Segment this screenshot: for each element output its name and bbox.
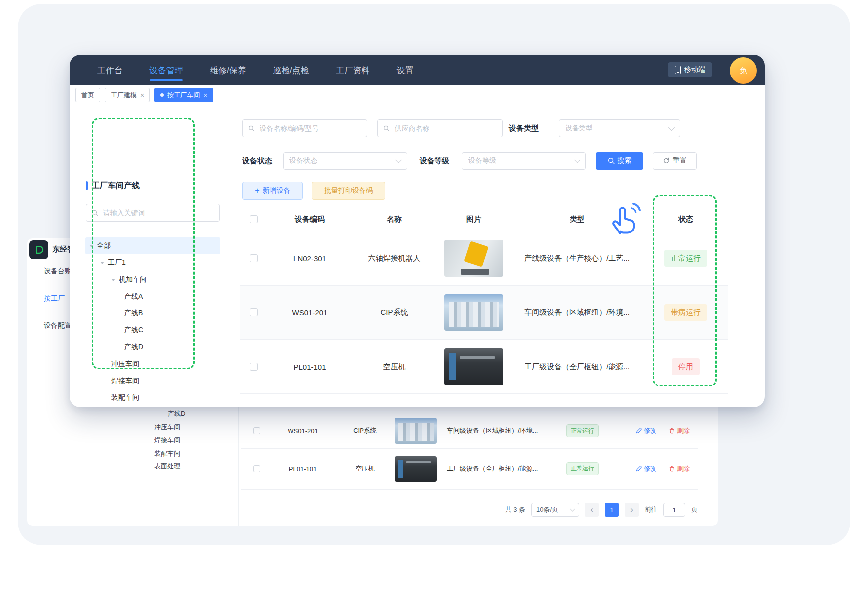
row-checkbox[interactable] <box>253 465 260 472</box>
supplier-search-box[interactable] <box>377 119 503 137</box>
device-type: 车间级设备（区域枢纽）/环境... <box>511 308 643 317</box>
select-placeholder: 设备类型 <box>565 124 593 133</box>
table-row[interactable]: LN02-301 六轴焊接机器人 产线级设备（生产核心）/工艺... 正常运行 <box>240 231 728 286</box>
tree-search-input[interactable] <box>102 208 214 217</box>
tab-bar: 首页 工厂建模 × 按工厂车间 × <box>70 85 765 105</box>
brand-logo-mark <box>33 244 44 255</box>
bg-table-row[interactable]: WS01-201 CIP系统 车间级设备（区域枢纽）/环境... 正常运行 修改… <box>241 413 698 449</box>
supplier-search-input[interactable] <box>394 124 497 133</box>
tree-item-stamping-shop[interactable]: 冲压车间 <box>85 356 220 373</box>
batch-print-button[interactable]: 批量打印设备码 <box>312 182 385 200</box>
nav-item-settings[interactable]: 设置 <box>396 55 413 85</box>
device-name-search-input[interactable] <box>259 124 362 133</box>
tree-item-factory-1[interactable]: 工厂1 <box>85 254 220 271</box>
bg-tree-item-surface[interactable]: 表面处理 <box>154 462 180 471</box>
tab-home[interactable]: 首页 <box>75 88 100 102</box>
total-count: 共 3 条 <box>506 505 525 514</box>
tree-item-line-c[interactable]: 产线C <box>85 322 220 339</box>
tab-factory-modeling[interactable]: 工厂建模 × <box>105 88 150 102</box>
tree-item-assembly-shop[interactable]: 装配车间 <box>85 389 220 406</box>
tab-by-factory-workshop[interactable]: 按工厂车间 × <box>154 88 213 102</box>
select-all-checkbox[interactable] <box>250 215 258 223</box>
delete-link[interactable]: 删除 <box>669 426 690 435</box>
tree-item-label: 产线D <box>124 343 143 352</box>
edit-link[interactable]: 修改 <box>636 464 656 473</box>
edit-label: 修改 <box>644 464 656 473</box>
device-type: 产线级设备（生产核心）/工艺... <box>511 254 643 263</box>
tree-item-line-b[interactable]: 产线B <box>85 305 220 322</box>
row-checkbox[interactable] <box>250 308 258 316</box>
caret-down-icon[interactable] <box>111 279 115 281</box>
edit-label: 修改 <box>644 426 656 435</box>
device-level-select[interactable]: 设备等级 <box>462 152 586 170</box>
nav-item-factory-data[interactable]: 工厂资料 <box>336 55 369 85</box>
caret-down-icon[interactable] <box>89 245 93 247</box>
tree-item-machining-shop[interactable]: 机加车间 <box>85 271 220 288</box>
device-status-select[interactable]: 设备状态 <box>283 152 407 170</box>
phone-icon <box>675 66 681 74</box>
status-badge: 停用 <box>672 358 700 375</box>
search-button[interactable]: 搜索 <box>596 152 643 170</box>
row-checkbox[interactable] <box>250 363 258 371</box>
device-name: CIP系统 <box>340 426 390 435</box>
status-badge: 正常运行 <box>566 424 599 437</box>
device-photo <box>444 294 503 331</box>
batch-print-label: 批量打印设备码 <box>324 186 373 195</box>
edit-link[interactable]: 修改 <box>636 426 656 435</box>
brand-logo <box>29 240 48 259</box>
device-type: 工厂级设备（全厂枢纽）/能源... <box>511 362 643 372</box>
col-header-type: 类型 <box>511 215 643 224</box>
row-checkbox[interactable] <box>250 254 258 262</box>
prev-page-button[interactable]: ‹ <box>585 503 599 517</box>
bg-tree-item-welding[interactable]: 焊接车间 <box>154 436 180 445</box>
table-row[interactable]: WS01-201 CIP系统 车间级设备（区域枢纽）/环境... 带病运行 <box>240 286 728 340</box>
tree-item-line-d[interactable]: 产线D <box>85 339 220 356</box>
table-header-row: 设备编码 名称 图片 类型 状态 <box>240 207 728 231</box>
tree-item-all[interactable]: 全部 <box>85 237 220 254</box>
table-row[interactable]: PL01-101 空压机 工厂级设备（全厂枢纽）/能源... 停用 <box>240 340 728 394</box>
caret-down-icon[interactable] <box>100 262 104 264</box>
delete-label: 删除 <box>677 464 690 473</box>
device-name: CIP系统 <box>352 308 436 317</box>
add-device-button[interactable]: + 新增设备 <box>242 182 303 200</box>
next-page-button[interactable]: › <box>625 503 639 517</box>
close-icon[interactable]: × <box>203 92 207 99</box>
tree-item-surface-treatment[interactable]: 表面处理 <box>85 406 220 407</box>
search-button-label: 搜索 <box>618 156 632 165</box>
chevron-down-icon <box>668 124 675 131</box>
bg-tree-item-line-d[interactable]: 产线D <box>168 409 185 418</box>
device-level-label: 设备等级 <box>420 156 449 166</box>
tree-search-box[interactable] <box>86 204 220 222</box>
device-table: 设备编码 名称 图片 类型 状态 LN02-301 六轴焊接机器人 产线级设备（… <box>240 207 728 394</box>
bg-table-row[interactable]: PL01-101 空压机 工厂级设备（全厂枢纽）/能源... 正常运行 修改 删… <box>241 448 698 490</box>
bg-tree-item-assembly[interactable]: 装配车间 <box>154 449 180 458</box>
bg-sidebar-item-device-config[interactable]: 设备配置 <box>44 321 72 330</box>
nav-item-equipment-management[interactable]: 设备管理 <box>149 55 183 85</box>
bg-sidebar-item-by-factory[interactable]: 按工厂 <box>44 294 65 303</box>
mobile-app-label: 移动端 <box>684 65 705 74</box>
trial-badge-label: 免 <box>740 66 747 76</box>
tree-item-line-a[interactable]: 产线A <box>85 288 220 305</box>
bg-sidebar-item-device-ledger[interactable]: 设备台账 <box>44 267 72 276</box>
close-icon[interactable]: × <box>140 92 144 99</box>
nav-item-repair-maintenance[interactable]: 维修/保养 <box>210 55 246 85</box>
reset-button[interactable]: 重置 <box>653 152 697 170</box>
refresh-icon <box>663 157 670 164</box>
bg-tree-item-stamping[interactable]: 冲压车间 <box>154 423 180 432</box>
nav-item-workbench[interactable]: 工作台 <box>97 55 123 85</box>
tree-item-label: 装配车间 <box>111 393 139 402</box>
row-checkbox[interactable] <box>253 427 260 434</box>
nav-item-inspection[interactable]: 巡检/点检 <box>273 55 309 85</box>
mobile-app-button[interactable]: 移动端 <box>668 62 712 77</box>
device-name-search-box[interactable] <box>242 119 367 137</box>
page-size-select[interactable]: 10条/页 <box>531 503 579 517</box>
status-badge: 正常运行 <box>566 462 599 475</box>
col-header-device-code: 设备编码 <box>268 215 352 224</box>
tree-item-welding-shop[interactable]: 焊接车间 <box>85 373 220 389</box>
goto-page-input[interactable] <box>663 503 685 517</box>
device-type-select[interactable]: 设备类型 <box>559 119 680 137</box>
delete-link[interactable]: 删除 <box>669 464 690 473</box>
trial-badge[interactable]: 免 <box>730 57 757 84</box>
page-number-button[interactable]: 1 <box>605 503 619 517</box>
tree-item-label: 冲压车间 <box>111 360 139 369</box>
